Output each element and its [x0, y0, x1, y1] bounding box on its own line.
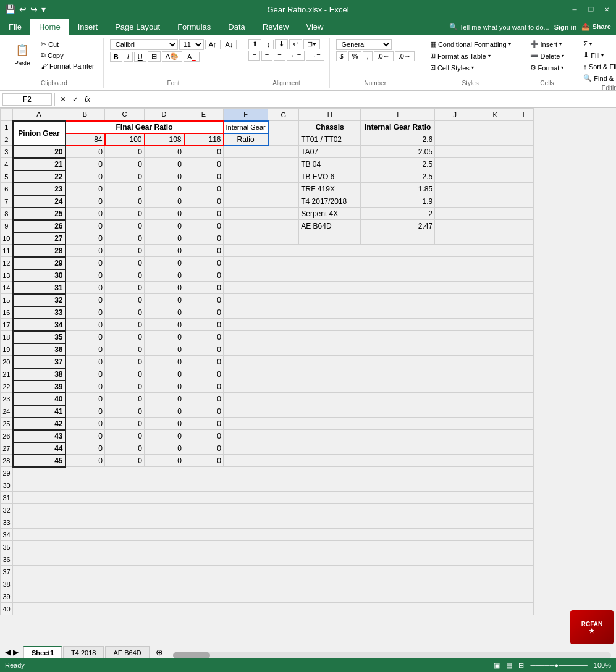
cell-G23[interactable]	[268, 393, 534, 405]
row-header-11[interactable]: 11	[1, 245, 13, 257]
cell-H2[interactable]: TT01 / TT02	[299, 133, 361, 146]
cell-C7[interactable]: 0	[105, 195, 145, 208]
cell-G22[interactable]	[268, 380, 534, 393]
cell-F10[interactable]	[224, 232, 268, 245]
cell-E20[interactable]: 0	[184, 356, 224, 368]
cell-D13[interactable]: 0	[145, 269, 184, 282]
cell-A15[interactable]: 32	[13, 294, 65, 306]
cell-A19[interactable]: 36	[13, 343, 65, 356]
cell-F25[interactable]	[224, 418, 268, 430]
tab-view[interactable]: View	[297, 19, 332, 35]
cell-G28[interactable]	[268, 455, 534, 467]
cell-G5[interactable]	[268, 170, 299, 183]
cell-D24[interactable]: 0	[145, 405, 184, 418]
cell-C3[interactable]: 0	[105, 146, 145, 158]
cell-B1-merged[interactable]: Final Gear Ratio	[65, 121, 224, 133]
save-icon[interactable]: 💾	[5, 4, 15, 14]
cell-C23[interactable]: 0	[105, 393, 145, 405]
font-size-select[interactable]: 11	[179, 39, 204, 50]
cell-G7[interactable]	[268, 195, 299, 208]
cell-D15[interactable]: 0	[145, 294, 184, 306]
tab-file[interactable]: File	[0, 19, 30, 35]
cell-B15[interactable]: 0	[65, 294, 105, 306]
cell-D28[interactable]: 0	[145, 455, 184, 467]
cell-L2[interactable]	[515, 133, 534, 146]
cell-H10[interactable]	[299, 232, 361, 245]
cell-K2[interactable]	[475, 133, 515, 146]
row-header-4[interactable]: 4	[1, 158, 13, 170]
cancel-formula-button[interactable]: ✕	[57, 94, 69, 104]
cell-B7[interactable]: 0	[65, 195, 105, 208]
row-header-18[interactable]: 18	[1, 331, 13, 343]
cell-G1[interactable]	[268, 121, 299, 133]
cell-E26[interactable]: 0	[184, 430, 224, 442]
percent-button[interactable]: %	[348, 51, 362, 61]
cell-G14[interactable]	[268, 282, 534, 294]
copy-button[interactable]: ⧉Copy	[37, 50, 98, 61]
cell-D6[interactable]: 0	[145, 183, 184, 195]
cell-D12[interactable]: 0	[145, 257, 184, 269]
row-header-7[interactable]: 7	[1, 195, 13, 208]
cell-B11[interactable]: 0	[65, 245, 105, 257]
cell-E16[interactable]: 0	[184, 306, 224, 319]
cell-A4[interactable]: 21	[13, 158, 65, 170]
cell-C16[interactable]: 0	[105, 306, 145, 319]
cell-L1[interactable]	[515, 121, 534, 133]
cell-D8[interactable]: 0	[145, 208, 184, 220]
tab-page-layout[interactable]: Page Layout	[106, 19, 169, 35]
share-button[interactable]: 📤 Share	[581, 23, 611, 31]
cell-E14[interactable]: 0	[184, 282, 224, 294]
cell-I2[interactable]: 2.6	[361, 133, 435, 146]
cell-C14[interactable]: 0	[105, 282, 145, 294]
cell-E6[interactable]: 0	[184, 183, 224, 195]
cell-H6[interactable]: TRF 419X	[299, 183, 361, 195]
cell-I6[interactable]: 1.85	[361, 183, 435, 195]
sheet-tab-t4-2018[interactable]: T4 2018	[63, 646, 104, 658]
cell-C25[interactable]: 0	[105, 418, 145, 430]
cell-K1[interactable]	[475, 121, 515, 133]
row-header-5[interactable]: 5	[1, 170, 13, 183]
cell-A6[interactable]: 23	[13, 183, 65, 195]
row-header-26[interactable]: 26	[1, 430, 13, 442]
cell-A12[interactable]: 29	[13, 257, 65, 269]
cell-L8[interactable]	[515, 208, 534, 220]
cell-A1[interactable]: Pinion Gear	[13, 121, 65, 146]
row-header-27[interactable]: 27	[1, 442, 13, 455]
cell-C15[interactable]: 0	[105, 294, 145, 306]
cell-K6[interactable]	[475, 183, 515, 195]
align-right-button[interactable]: ≡	[274, 51, 285, 61]
cell-F11[interactable]	[224, 245, 268, 257]
cell-B22[interactable]: 0	[65, 380, 105, 393]
cell-C13[interactable]: 0	[105, 269, 145, 282]
cell-C5[interactable]: 0	[105, 170, 145, 183]
row-header-13[interactable]: 13	[1, 269, 13, 282]
cell-L9[interactable]	[515, 220, 534, 232]
cell-E4[interactable]: 0	[184, 158, 224, 170]
cell-E23[interactable]: 0	[184, 393, 224, 405]
cell-L3[interactable]	[515, 146, 534, 158]
cell-B18[interactable]: 0	[65, 331, 105, 343]
cell-G20[interactable]	[268, 356, 534, 368]
cell-C9[interactable]: 0	[105, 220, 145, 232]
cell-H9[interactable]: AE B64D	[299, 220, 361, 232]
search-box[interactable]: 🔍 Tell me what you want to do...	[449, 23, 549, 31]
cell-B19[interactable]: 0	[65, 343, 105, 356]
normal-view-button[interactable]: ▣	[494, 662, 500, 670]
cell-F13[interactable]	[224, 269, 268, 282]
cell-D14[interactable]: 0	[145, 282, 184, 294]
row-header-22[interactable]: 22	[1, 380, 13, 393]
tab-data[interactable]: Data	[219, 19, 253, 35]
cell-A5[interactable]: 22	[13, 170, 65, 183]
cell-B12[interactable]: 0	[65, 257, 105, 269]
format-as-table-button[interactable]: ⊞ Format as Table ▾	[426, 51, 494, 61]
col-header-B[interactable]: B	[65, 109, 105, 121]
tab-home[interactable]: Home	[30, 19, 69, 35]
cell-F28[interactable]	[224, 455, 268, 467]
cell-B24[interactable]: 0	[65, 405, 105, 418]
cell-D25[interactable]: 0	[145, 418, 184, 430]
row-header-8[interactable]: 8	[1, 208, 13, 220]
cell-E8[interactable]: 0	[184, 208, 224, 220]
cell-K9[interactable]	[475, 220, 515, 232]
cell-D10[interactable]: 0	[145, 232, 184, 245]
cell-E5[interactable]: 0	[184, 170, 224, 183]
